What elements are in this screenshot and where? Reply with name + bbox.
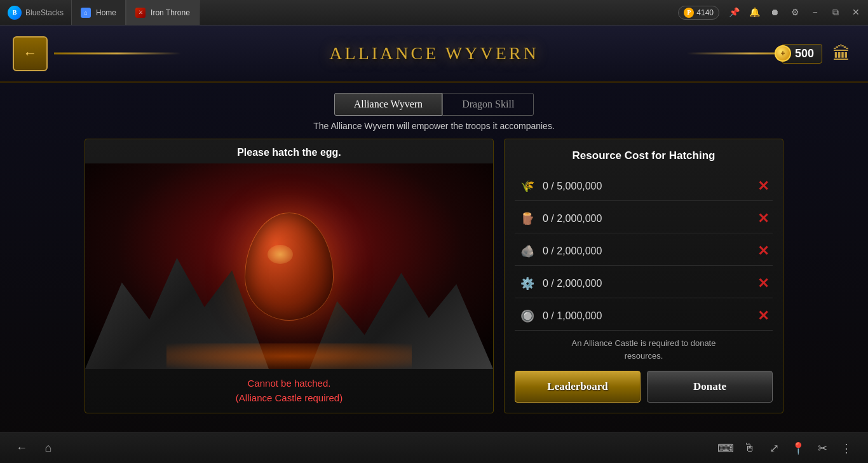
game-tab-label: Iron Throne	[151, 8, 190, 17]
resource-row-metal: ⚙️ 0 / 2,000,000 ✕	[515, 270, 773, 298]
scissors-icon[interactable]: ✂	[813, 439, 831, 457]
egg-background	[85, 163, 493, 369]
food-amount: 0 / 5,000,000	[543, 181, 751, 192]
close-button[interactable]: ✕	[846, 3, 865, 22]
error-message: Cannot be hatched.	[236, 377, 342, 391]
restore-button[interactable]: ⧉	[826, 3, 845, 22]
back-button[interactable]: ←	[13, 36, 48, 71]
home-icon: ⌂	[81, 8, 91, 18]
more-icon[interactable]: ⋮	[837, 439, 855, 457]
home-tab-label: Home	[96, 8, 116, 17]
coins-value: 4140	[696, 8, 714, 17]
egg-glow	[268, 245, 293, 264]
wood-icon: 🪵	[519, 210, 536, 228]
record-icon[interactable]: ⏺	[765, 3, 784, 22]
food-remove-button[interactable]: ✕	[757, 178, 769, 195]
stone-remove-button[interactable]: ✕	[757, 243, 769, 259]
silver-icon: 🔘	[519, 307, 536, 325]
coins-display: P 4140	[678, 6, 719, 20]
silver-amount: 0 / 1,000,000	[543, 310, 751, 322]
cursor-icon[interactable]: 🖱	[741, 439, 759, 457]
egg-image-container	[85, 163, 493, 369]
metal-remove-button[interactable]: ✕	[757, 275, 769, 292]
tab-home[interactable]: ⌂ Home	[71, 0, 126, 25]
titlebar-left: B BlueStacks ⌂ Home ⚔ Iron Throne	[0, 0, 200, 25]
currency-value: 500	[795, 47, 814, 60]
back-nav-icon[interactable]: ←	[13, 439, 31, 457]
metal-icon: ⚙️	[519, 275, 536, 293]
resource-panel: Resource Cost for Hatching 🌾 0 / 5,000,0…	[504, 139, 783, 413]
currency-coin-icon: +	[775, 45, 791, 62]
resource-row-stone: 🪨 0 / 2,000,000 ✕	[515, 237, 773, 266]
resource-row-silver: 🔘 0 / 1,000,000 ✕	[515, 302, 773, 331]
food-icon: 🌾	[519, 177, 536, 195]
egg-shape	[245, 212, 334, 321]
titlebar: B BlueStacks ⌂ Home ⚔ Iron Throne P 4140…	[0, 0, 868, 25]
resource-panel-title: Resource Cost for Hatching	[515, 149, 773, 162]
panels: Please hatch the egg. Cannot be hatched.…	[85, 139, 783, 413]
resize-icon[interactable]: ⤢	[765, 439, 783, 457]
tab-row: Alliance Wyvern Dragon Skill	[334, 93, 534, 116]
header-border-left	[54, 53, 181, 55]
resource-list: 🌾 0 / 5,000,000 ✕ 🪵 0 / 2,000,000 ✕ 🪨 0 …	[515, 172, 773, 331]
bluestacks-icon: B	[8, 6, 22, 20]
bluestacks-logo: B BlueStacks	[0, 6, 71, 20]
leaderboard-button[interactable]: Leaderboard	[515, 371, 641, 403]
back-arrow-icon: ←	[24, 45, 37, 62]
action-buttons: Leaderboard Donate	[515, 371, 773, 403]
currency-amount: + 500	[782, 44, 822, 64]
wood-remove-button[interactable]: ✕	[757, 211, 769, 227]
tab-game[interactable]: ⚔ Iron Throne	[126, 0, 200, 25]
silver-remove-button[interactable]: ✕	[757, 308, 769, 324]
currency-box: + 500 🏛	[782, 39, 855, 67]
subtitle: The Alliance Wyvern will empower the tro…	[313, 121, 555, 131]
taskbar-left: ← ⌂	[13, 439, 57, 457]
egg-panel: Please hatch the egg. Cannot be hatched.…	[85, 139, 494, 413]
stone-icon: 🪨	[519, 242, 536, 260]
game-icon: ⚔	[135, 8, 146, 18]
cannot-hatch-message: Cannot be hatched. (Alliance Castle requ…	[226, 369, 353, 413]
pin-icon[interactable]: 📌	[724, 3, 743, 22]
resource-row-food: 🌾 0 / 5,000,000 ✕	[515, 172, 773, 201]
taskbar-right: ⌨ 🖱 ⤢ 📍 ✂ ⋮	[717, 439, 855, 457]
page-title: ALLIANCE WYVERN	[329, 43, 538, 64]
wood-amount: 0 / 2,000,000	[543, 213, 751, 225]
metal-amount: 0 / 2,000,000	[543, 278, 751, 289]
lava-glow	[166, 343, 411, 369]
game-area: ← ALLIANCE WYVERN + 500 🏛 Alliance Wyver…	[0, 25, 868, 463]
error-detail: (Alliance Castle required)	[236, 391, 342, 406]
bank-icon[interactable]: 🏛	[827, 39, 855, 67]
egg-panel-title: Please hatch the egg.	[237, 139, 341, 163]
settings-icon[interactable]: ⚙	[785, 3, 804, 22]
tab-dragon-skill[interactable]: Dragon Skill	[442, 93, 534, 116]
stone-amount: 0 / 2,000,000	[543, 245, 751, 257]
location-icon[interactable]: 📍	[789, 439, 807, 457]
game-header: ← ALLIANCE WYVERN + 500 🏛	[0, 25, 868, 83]
notification-icon[interactable]: 🔔	[745, 3, 764, 22]
taskbar: ← ⌂ ⌨ 🖱 ⤢ 📍 ✂ ⋮	[0, 432, 868, 463]
coin-icon: P	[684, 8, 694, 18]
minimize-button[interactable]: −	[806, 3, 825, 22]
main-content: Alliance Wyvern Dragon Skill The Allianc…	[0, 83, 868, 463]
donate-button[interactable]: Donate	[647, 371, 773, 403]
bluestacks-label: BlueStacks	[25, 8, 64, 17]
home-nav-icon[interactable]: ⌂	[39, 439, 57, 457]
alliance-note: An Alliance Castle is required to donate…	[515, 337, 773, 362]
titlebar-controls: P 4140 📌 🔔 ⏺ ⚙ − ⧉ ✕	[678, 0, 868, 25]
keyboard-icon[interactable]: ⌨	[717, 439, 735, 457]
tab-alliance-wyvern[interactable]: Alliance Wyvern	[334, 93, 442, 116]
resource-row-wood: 🪵 0 / 2,000,000 ✕	[515, 205, 773, 233]
